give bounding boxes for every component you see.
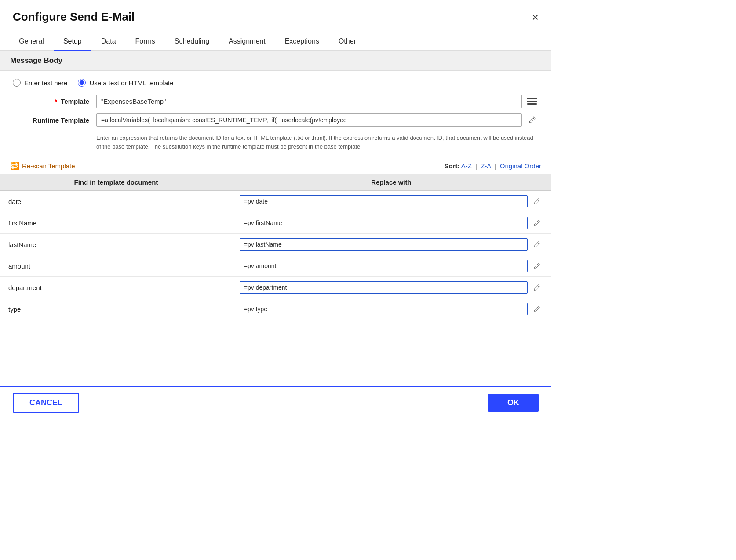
find-cell: type <box>0 298 232 320</box>
template-row: * Template <box>13 95 539 108</box>
sort-az-link[interactable]: A-Z <box>461 162 472 170</box>
required-star: * <box>55 98 57 105</box>
edit-icon <box>533 219 540 227</box>
col-header-find: Find in template document <box>0 174 232 191</box>
replace-cell <box>232 212 551 234</box>
find-cell: amount <box>0 255 232 277</box>
tab-forms[interactable]: Forms <box>126 31 165 51</box>
template-table: Find in template document Replace with d… <box>0 174 551 320</box>
find-cell: department <box>0 277 232 298</box>
sort-area: Sort: A-Z | Z-A | Original Order <box>444 162 541 170</box>
tab-scheduling[interactable]: Scheduling <box>165 31 219 51</box>
col-header-replace: Replace with <box>232 174 551 191</box>
edit-icon <box>533 284 540 291</box>
table-row: firstName <box>0 212 551 234</box>
table-row: type <box>0 298 551 320</box>
tab-other[interactable]: Other <box>329 31 366 51</box>
runtime-template-input-row <box>96 113 539 127</box>
edit-icon <box>533 305 540 313</box>
find-cell: lastName <box>0 234 232 255</box>
replace-cell <box>232 191 551 212</box>
replace-cell <box>232 234 551 255</box>
table-row: amount <box>0 255 551 277</box>
radio-use-template[interactable]: Use a text or HTML template <box>78 79 173 87</box>
svg-rect-0 <box>527 98 537 99</box>
close-button[interactable]: × <box>532 11 539 23</box>
replace-edit-button[interactable] <box>530 240 543 249</box>
dialog-title: Configure Send E-Mail <box>13 10 135 24</box>
replace-edit-button[interactable] <box>530 218 543 228</box>
replace-input[interactable] <box>240 281 528 294</box>
dialog-body: Message Body Enter text here Use a text … <box>0 51 551 386</box>
replace-edit-button[interactable] <box>530 262 543 271</box>
tab-data[interactable]: Data <box>91 31 126 51</box>
edit-icon <box>528 116 536 124</box>
tab-assignment[interactable]: Assignment <box>219 31 275 51</box>
runtime-template-help-text: Enter an expression that returns the doc… <box>96 132 539 151</box>
template-input-row <box>96 95 539 108</box>
sort-za-link[interactable]: Z-A <box>481 162 491 170</box>
replace-cell <box>232 298 551 320</box>
svg-rect-1 <box>527 101 537 102</box>
list-icon <box>527 97 537 106</box>
replace-edit-button[interactable] <box>530 197 543 206</box>
replace-edit-button[interactable] <box>530 305 543 314</box>
rescan-template-link[interactable]: 🔁 Re-scan Template <box>10 161 75 171</box>
table-row: lastName <box>0 234 551 255</box>
edit-icon <box>533 241 540 248</box>
find-cell: firstName <box>0 212 232 234</box>
replace-cell <box>232 277 551 298</box>
radio-use-template-input[interactable] <box>78 79 86 87</box>
replace-input[interactable] <box>240 217 528 229</box>
edit-icon <box>533 262 540 270</box>
configure-email-dialog: Configure Send E-Mail × General Setup Da… <box>0 0 551 419</box>
replace-edit-button[interactable] <box>530 283 543 292</box>
replace-cell <box>232 255 551 277</box>
tabs-bar: General Setup Data Forms Scheduling Assi… <box>0 31 551 51</box>
find-cell: date <box>0 191 232 212</box>
table-row: department <box>0 277 551 298</box>
ok-button[interactable]: OK <box>488 394 539 412</box>
replace-input[interactable] <box>240 238 528 251</box>
runtime-template-label: Runtime Template <box>13 116 96 124</box>
rescan-sort-row: 🔁 Re-scan Template Sort: A-Z | Z-A | Ori… <box>0 157 551 174</box>
template-list-button[interactable] <box>525 96 539 107</box>
replace-input[interactable] <box>240 195 528 207</box>
radio-group: Enter text here Use a text or HTML templ… <box>13 79 539 87</box>
svg-rect-2 <box>527 103 537 105</box>
template-label: * Template <box>13 98 96 105</box>
replace-input[interactable] <box>240 303 528 315</box>
table-row: date <box>0 191 551 212</box>
section-content: Enter text here Use a text or HTML templ… <box>0 71 551 157</box>
runtime-template-edit-button[interactable] <box>525 115 539 125</box>
radio-enter-text-input[interactable] <box>13 79 21 87</box>
cancel-button[interactable]: CANCEL <box>13 393 79 413</box>
message-body-section-header: Message Body <box>0 51 551 71</box>
radio-enter-text[interactable]: Enter text here <box>13 79 67 87</box>
tab-general[interactable]: General <box>9 31 54 51</box>
sort-original-link[interactable]: Original Order <box>500 162 541 170</box>
runtime-template-input[interactable] <box>96 113 522 127</box>
dialog-footer: CANCEL OK <box>0 386 551 419</box>
template-input[interactable] <box>96 95 522 108</box>
edit-icon <box>533 198 540 205</box>
dialog-header: Configure Send E-Mail × <box>0 0 551 31</box>
tab-exceptions[interactable]: Exceptions <box>275 31 329 51</box>
tab-setup[interactable]: Setup <box>54 31 91 51</box>
rescan-icon: 🔁 <box>10 161 19 171</box>
replace-input[interactable] <box>240 260 528 272</box>
runtime-template-row: Runtime Template <box>13 113 539 127</box>
